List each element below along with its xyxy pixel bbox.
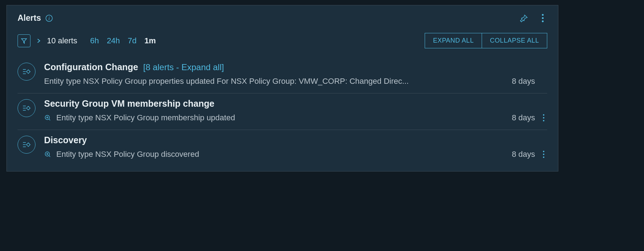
- settings-list-icon: [18, 63, 35, 81]
- svg-text:i: i: [48, 16, 50, 21]
- panel-menu-icon[interactable]: [538, 14, 547, 23]
- panel-header: Alerts i: [18, 13, 547, 23]
- svg-line-33: [49, 156, 51, 157]
- zoom-plus-icon[interactable]: [44, 114, 51, 121]
- panel-header-right: [519, 14, 547, 23]
- svg-point-25: [27, 143, 30, 146]
- time-range-24h[interactable]: 24h: [107, 36, 120, 45]
- filter-button[interactable]: [18, 34, 30, 47]
- alert-group-body: Discovery Entity type NSX Policy Group d…: [44, 135, 547, 159]
- expand-collapse-group: EXPAND ALL COLLAPSE ALL: [425, 33, 547, 48]
- alert-row-menu-icon[interactable]: [540, 114, 547, 121]
- alert-age: 8 days: [512, 77, 535, 86]
- time-range-6h[interactable]: 6h: [90, 36, 99, 45]
- alert-group-title: Security Group VM membership change: [44, 98, 214, 109]
- alert-row[interactable]: Entity type NSX Policy Group properties …: [44, 77, 547, 86]
- alerts-toolbar-left: 10 alerts 6h 24h 7d 1m: [18, 34, 156, 47]
- alert-group-header: Discovery: [44, 135, 547, 145]
- alert-group-body: Configuration Change [8 alerts - Expand …: [44, 62, 547, 86]
- alert-group: Security Group VM membership change Enti…: [18, 93, 547, 130]
- alert-count-label: 10 alerts: [47, 36, 77, 45]
- alert-age: 8 days: [512, 150, 535, 159]
- alert-row[interactable]: Entity type NSX Policy Group discovered …: [44, 150, 547, 159]
- alert-row-menu-icon[interactable]: [540, 151, 547, 158]
- zoom-plus-icon[interactable]: [44, 151, 51, 158]
- alert-group: Discovery Entity type NSX Policy Group d…: [18, 130, 547, 166]
- alert-group-header: Configuration Change [8 alerts - Expand …: [44, 62, 547, 72]
- svg-line-21: [49, 119, 51, 121]
- time-range-1m[interactable]: 1m: [144, 36, 156, 45]
- settings-list-icon: [18, 99, 35, 117]
- time-range-group: 6h 24h 7d 1m: [90, 36, 156, 45]
- alert-row[interactable]: Entity type NSX Policy Group membership …: [44, 113, 547, 122]
- alert-group-header: Security Group VM membership change: [44, 98, 547, 109]
- alert-groups: Configuration Change [8 alerts - Expand …: [18, 57, 547, 166]
- alert-group-title: Discovery: [44, 135, 87, 145]
- panel-title: Alerts: [18, 13, 41, 23]
- info-icon[interactable]: i: [45, 14, 53, 22]
- alert-group-title: Configuration Change: [44, 62, 138, 72]
- alerts-toolbar: 10 alerts 6h 24h 7d 1m EXPAND ALL COLLAP…: [18, 33, 547, 48]
- settings-list-icon: [18, 136, 35, 154]
- svg-point-13: [27, 107, 30, 110]
- chevron-right-icon[interactable]: [36, 38, 41, 43]
- svg-point-5: [27, 70, 30, 73]
- alert-text: Entity type NSX Policy Group discovered: [56, 150, 500, 159]
- alert-age: 8 days: [512, 113, 535, 122]
- alert-group: Configuration Change [8 alerts - Expand …: [18, 57, 547, 93]
- expand-all-button[interactable]: EXPAND ALL: [425, 33, 482, 48]
- alert-text: Entity type NSX Policy Group membership …: [56, 113, 500, 122]
- alerts-panel: Alerts i: [6, 5, 558, 172]
- alert-text: Entity type NSX Policy Group properties …: [44, 77, 500, 86]
- collapse-all-button[interactable]: COLLAPSE ALL: [482, 33, 547, 48]
- pin-icon[interactable]: [519, 14, 529, 23]
- alert-group-expand-link[interactable]: [8 alerts - Expand all]: [143, 62, 224, 72]
- time-range-7d[interactable]: 7d: [128, 36, 137, 45]
- alert-group-body: Security Group VM membership change Enti…: [44, 98, 547, 122]
- panel-header-left: Alerts i: [18, 13, 53, 23]
